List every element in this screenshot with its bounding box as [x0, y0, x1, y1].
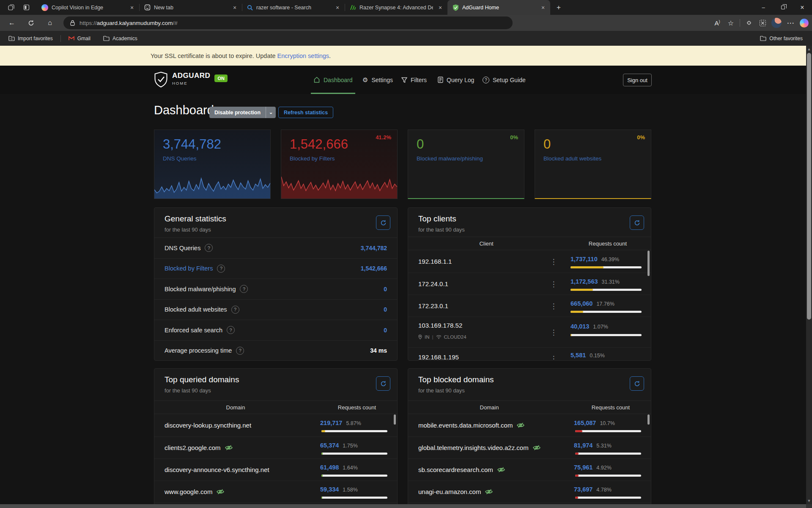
sign-out-button[interactable]: Sign out	[623, 74, 652, 86]
refresh-statistics-button[interactable]: Refresh statistics	[278, 107, 333, 118]
requests-value: 75,961	[574, 464, 593, 471]
stat-card-blocked-malware[interactable]: 0% 0 Blocked malware/phishing	[408, 130, 524, 199]
copilot-icon[interactable]	[800, 19, 809, 28]
nav-settings[interactable]: ⚙ Settings	[362, 66, 393, 94]
kebab-menu-icon[interactable]: ⋮	[549, 301, 559, 310]
help-icon[interactable]: ?	[236, 347, 244, 355]
tab-razer-synapse[interactable]: Razer Synapse 4: Advanced Devic ×	[345, 0, 447, 15]
favorite-academics-folder[interactable]: Academics	[100, 33, 141, 44]
kebab-menu-icon[interactable]: ⋮	[549, 279, 559, 288]
restore-button[interactable]	[773, 0, 793, 15]
refresh-card-button[interactable]	[376, 376, 390, 391]
domain-row[interactable]: unagi-eu.amazon.com 73,6974.78%	[408, 480, 651, 502]
eye-off-icon[interactable]	[225, 444, 233, 451]
nav-dashboard[interactable]: Dashboard	[313, 66, 353, 94]
other-favorites-button[interactable]: Other favorites	[760, 36, 803, 41]
disable-protection-button[interactable]: Disable protection ⌄	[209, 107, 276, 118]
scroll-down-arrow[interactable]: ▼	[806, 498, 812, 504]
adguard-logo[interactable]: ADGUARD HOME ON	[154, 72, 228, 88]
close-tab-icon[interactable]: ×	[539, 4, 547, 11]
help-icon[interactable]: ?	[231, 306, 239, 314]
refresh-card-button[interactable]	[376, 215, 390, 230]
card-scrollbar-thumb[interactable]	[394, 414, 396, 425]
eye-off-icon[interactable]	[532, 444, 541, 451]
domain-row[interactable]: clients2.google.com 65,3741.75%	[154, 436, 397, 458]
stats-row-value: 0	[384, 286, 387, 293]
help-icon[interactable]: ?	[217, 265, 225, 273]
domain-row[interactable]: discovery-lookup.syncthing.net 219,7175.…	[154, 414, 397, 436]
card-scrollbar-thumb[interactable]	[647, 251, 650, 276]
domain-row[interactable]: discovery-announce-v6.syncthing.net 61,4…	[154, 458, 397, 480]
tab-razer-search[interactable]: razer software - Search ×	[242, 0, 345, 15]
minimize-button[interactable]: –	[754, 0, 773, 15]
eye-off-icon[interactable]	[516, 422, 525, 428]
read-aloud-icon[interactable]: A)	[710, 16, 724, 30]
tab-actions-icon[interactable]	[20, 2, 32, 14]
horizontal-scrollbar[interactable]	[0, 504, 806, 508]
kebab-menu-icon[interactable]: ⋮	[549, 328, 559, 337]
import-favorites-button[interactable]: Import favorites	[5, 33, 56, 44]
browser-essentials-icon[interactable]	[742, 16, 756, 30]
client-row[interactable]: 172.23.0.1 ⋮ 665,06017.76%	[408, 295, 651, 317]
stat-card-dns-queries[interactable]: 3,744,782 DNS Queries	[154, 130, 271, 199]
home-icon[interactable]: ⌂	[43, 16, 57, 30]
client-row[interactable]: 103.169.178.52 IN | CLOUD24 ⋮ 40,0131.07…	[408, 317, 651, 347]
back-icon[interactable]: ←	[5, 16, 19, 30]
domain-row[interactable]: mobile.events.data.microsoft.com 165,087…	[408, 414, 651, 436]
kebab-menu-icon[interactable]: ⋮	[549, 257, 559, 266]
close-tab-icon[interactable]: ×	[128, 4, 136, 11]
client-row[interactable]: 192.168.1.1 ⋮ 1,737,11046.39%	[408, 251, 651, 273]
stats-row-label[interactable]: Blocked by Filters	[165, 265, 213, 272]
card-title: General statistics	[165, 214, 226, 224]
stat-card-blocked-by-filters[interactable]: 41.2% 1,542,666 Blocked by Filters	[281, 130, 398, 199]
refresh-card-button[interactable]	[630, 215, 644, 230]
nav-filters[interactable]: Filters	[401, 66, 427, 94]
tab-new-tab[interactable]: New tab ×	[139, 0, 242, 15]
kebab-menu-icon[interactable]: ⋮	[549, 354, 559, 361]
requests-percent: 17.76%	[596, 301, 614, 307]
page-scrollbar-thumb[interactable]	[807, 53, 811, 320]
stat-card-blocked-adult[interactable]: 0% 0 Blocked adult websites	[535, 130, 651, 199]
lock-icon[interactable]	[70, 20, 75, 26]
page-scrollbar-track[interactable]: ▲ ▼	[806, 46, 812, 504]
scroll-up-arrow[interactable]: ▲	[806, 46, 812, 52]
web-capture-icon[interactable]	[756, 16, 769, 30]
help-icon[interactable]: ?	[240, 285, 248, 293]
stat-label: Blocked by Filters	[290, 155, 335, 162]
client-row[interactable]: 192.168.1.195 ⋮ 5,5810.15%	[408, 347, 651, 361]
close-window-button[interactable]: ×	[793, 0, 812, 15]
chevron-down-icon[interactable]: ⌄	[266, 107, 276, 118]
card-scrollbar-thumb[interactable]	[647, 414, 650, 425]
workspaces-icon[interactable]	[5, 2, 17, 14]
domain-row[interactable]: sb.scorecardresearch.com 75,9614.92%	[408, 458, 651, 480]
profile-avatar[interactable]	[771, 18, 782, 28]
new-tab-button[interactable]: +	[553, 2, 565, 14]
nav-label: Setup Guide	[493, 77, 526, 83]
refresh-card-button[interactable]	[630, 376, 644, 391]
eye-off-icon[interactable]	[497, 467, 505, 473]
nav-setup-guide[interactable]: ? Setup Guide	[483, 66, 526, 94]
domain-row[interactable]: global.telemetry.insights.video.a2z.com …	[408, 436, 651, 458]
close-tab-icon[interactable]: ×	[334, 4, 341, 11]
favorite-star-icon[interactable]: ☆	[724, 16, 738, 30]
refresh-icon[interactable]	[24, 16, 38, 30]
close-tab-icon[interactable]: ×	[231, 4, 239, 11]
tab-adguard-home[interactable]: AdGuard Home ×	[447, 0, 550, 15]
top-queried-domains-card: Top queried domains for the last 90 days…	[154, 368, 398, 508]
tab-copilot-vision[interactable]: Copilot Vision in Edge ×	[36, 0, 139, 15]
eye-off-icon[interactable]	[216, 489, 225, 495]
client-network: CLOUD24	[444, 334, 466, 340]
favorite-gmail[interactable]: Gmail	[65, 33, 94, 44]
domain-row[interactable]: www.google.com 59,3341.58%	[154, 480, 397, 502]
encryption-settings-link[interactable]: Encryption settings	[277, 52, 329, 59]
address-bar[interactable]: https://adguard.kalyanmudumby.com/#	[63, 17, 513, 29]
settings-more-icon[interactable]: ⋯	[784, 16, 797, 30]
help-icon[interactable]: ?	[205, 244, 213, 252]
eye-off-icon[interactable]	[485, 489, 493, 495]
client-row[interactable]: 172.24.0.1 ⋮ 1,172,56331.31%	[408, 273, 651, 295]
nav-query-log[interactable]: Query Log	[438, 66, 474, 94]
close-tab-icon[interactable]: ×	[436, 4, 444, 11]
help-icon[interactable]: ?	[227, 326, 235, 334]
requests-bar	[575, 497, 641, 499]
shield-logo-icon	[154, 72, 168, 88]
